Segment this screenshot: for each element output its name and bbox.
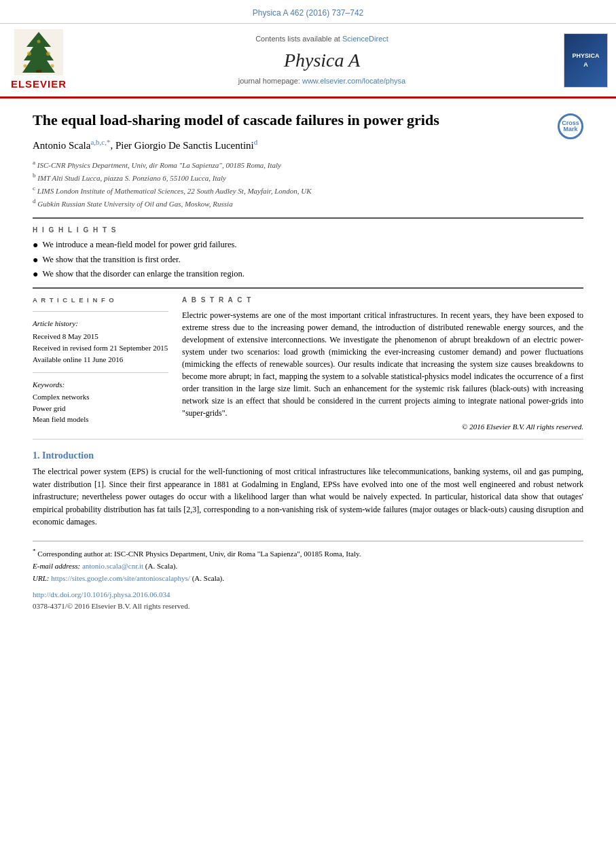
intro-paragraph-1: The electrical power system (EPS) is cru… [33, 465, 583, 529]
author2-superscript: d [254, 138, 258, 146]
footnote-corresponding: * Corresponding author at: ISC-CNR Physi… [33, 547, 583, 559]
abstract-text: Electric power-systems are one of the mo… [182, 309, 583, 419]
copyright-line: © 2016 Elsevier B.V. All rights reserved… [182, 422, 583, 432]
elsevier-tree-icon [14, 29, 63, 75]
revised-date: Received in revised form 21 September 20… [33, 343, 168, 353]
cover-text: PHYSICAA [572, 52, 599, 69]
section-1-heading: 1. Introduction [33, 449, 583, 463]
page: Physica A 462 (2016) 737–742 [0, 0, 616, 841]
sciencedirect-link[interactable]: ScienceDirect [342, 35, 388, 43]
history-label: Article history: [33, 319, 168, 329]
bullet-icon-3: ● [33, 268, 38, 281]
article-info-column: A R T I C L E I N F O Article history: R… [33, 296, 168, 432]
authors-line: Antonio Scalaa,b,c,*, Pier Giorgio De Sa… [33, 137, 583, 153]
main-content: CrossMark The equal load-sharing model o… [0, 99, 616, 624]
email-label: E-mail address: [33, 562, 80, 570]
affiliation-c: c LIMS London Institute of Mathematical … [33, 184, 583, 196]
divider-3 [33, 439, 583, 440]
elsevier-logo: ELSEVIER [8, 29, 69, 91]
journal-ref-link[interactable]: Physica A 462 (2016) 737–742 [253, 8, 363, 18]
affiliation-b: b IMT Alti Studi Lucca, piazza S. Ponzia… [33, 171, 583, 183]
physica-journal-title: Physica A [80, 47, 564, 73]
bullet-icon-2: ● [33, 254, 38, 266]
svg-point-5 [24, 65, 27, 68]
divider-info [33, 311, 168, 312]
keyword-1: Complex networks [33, 392, 168, 402]
highlight-item-3: ●We show that the disorder can enlarge t… [33, 268, 583, 281]
keyword-3: Mean field models [33, 414, 168, 425]
available-date: Available online 11 June 2016 [33, 355, 168, 365]
keyword-2: Power grid [33, 404, 168, 414]
journal-homepage-link[interactable]: www.elsevier.com/locate/physa [302, 77, 405, 85]
svg-point-3 [27, 52, 31, 56]
journal-center: Contents lists available at ScienceDirec… [80, 34, 564, 87]
svg-rect-2 [36, 70, 41, 73]
divider-keywords [33, 372, 168, 373]
elsevier-brand-label: ELSEVIER [11, 77, 67, 91]
footnote-url: URL: https://sites.google.com/site/anton… [33, 573, 583, 584]
highlights-section: H I G H L I G H T S ●We introduce a mean… [33, 226, 583, 281]
abstract-label: A B S T R A C T [182, 296, 583, 305]
bullet-icon-1: ● [33, 239, 38, 251]
url-link[interactable]: https://sites.google.com/site/antoniosca… [51, 574, 190, 582]
doi-line-wrapper: http://dx.doi.org/10.1016/j.physa.2016.0… [33, 590, 583, 600]
keywords-label: Keywords: [33, 380, 168, 390]
received-date: Received 8 May 2015 [33, 332, 168, 342]
introduction-section: 1. Introduction The electrical power sys… [33, 449, 583, 529]
article-history: Article history: Received 8 May 2015 Rec… [33, 319, 168, 365]
issn-line: 0378-4371/© 2016 Elsevier B.V. All right… [33, 601, 583, 611]
svg-point-6 [51, 65, 54, 68]
article-info-label: A R T I C L E I N F O [33, 296, 168, 304]
email-suffix: (A. Scala). [145, 562, 177, 570]
svg-point-4 [46, 52, 50, 56]
contents-line: Contents lists available at ScienceDirec… [80, 34, 564, 44]
crossmark-icon: CrossMark [558, 113, 583, 139]
author1-superscript: a,b,c,* [90, 138, 110, 146]
url-suffix: (A. Scala). [192, 574, 224, 582]
journal-cover-image: PHYSICAA [564, 33, 608, 88]
journal-homepage-line: journal homepage: www.elsevier.com/locat… [80, 76, 564, 86]
author1-name: Antonio Scala [33, 140, 90, 151]
journal-ref-header: Physica A 462 (2016) 737–742 [0, 0, 616, 24]
affiliation-a: a ISC-CNR Physics Department, Univ, dir … [33, 158, 583, 171]
email-link[interactable]: antonio.scala@cnr.it [82, 562, 143, 570]
doi-link[interactable]: http://dx.doi.org/10.1016/j.physa.2016.0… [33, 590, 583, 600]
two-column-section: A R T I C L E I N F O Article history: R… [33, 296, 583, 432]
highlights-label: H I G H L I G H T S [33, 226, 583, 235]
author2-name: , Pier Giorgio De Sanctis Lucentini [110, 140, 253, 151]
svg-point-7 [37, 40, 41, 43]
footnotes-area: * Corresponding author at: ISC-CNR Physi… [33, 541, 583, 612]
divider-1 [33, 217, 583, 219]
keywords-section: Keywords: Complex networks Power grid Me… [33, 380, 168, 425]
highlight-item-1: ●We introduce a mean-field model for pow… [33, 239, 583, 251]
journal-header: ELSEVIER Contents lists available at Sci… [0, 24, 616, 99]
crossmark-badge[interactable]: CrossMark [558, 113, 583, 139]
affiliations: a ISC-CNR Physics Department, Univ, dir … [33, 158, 583, 210]
url-label: URL: [33, 574, 49, 582]
abstract-column: A B S T R A C T Electric power-systems a… [182, 296, 583, 432]
divider-2 [33, 287, 583, 289]
highlights-list: ●We introduce a mean-field model for pow… [33, 239, 583, 281]
affiliation-d: d Gubkin Russian State University of Oil… [33, 197, 583, 209]
highlight-item-2: ●We show that the transition is first or… [33, 254, 583, 266]
footnote-star: * [33, 548, 36, 554]
footnote-email: E-mail address: antonio.scala@cnr.it (A.… [33, 561, 583, 571]
article-title: The equal load-sharing model of cascade … [33, 111, 583, 130]
